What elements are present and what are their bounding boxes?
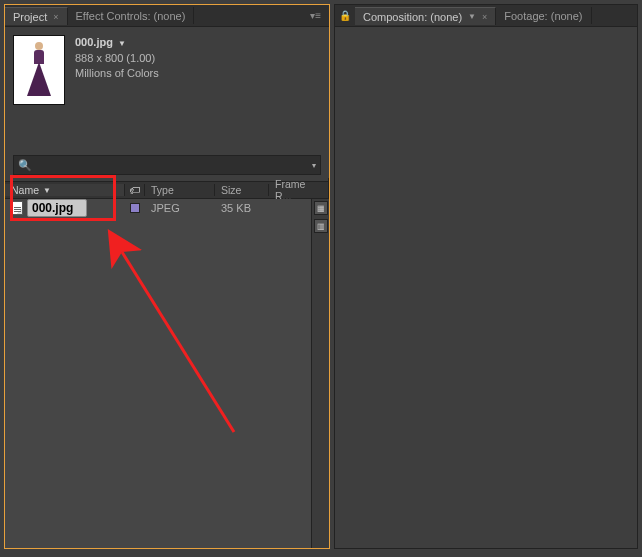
- viewer-panel: 🔒 Composition: (none) ▼ × Footage: (none…: [334, 4, 638, 549]
- project-tabbar: Project × Effect Controls: (none) ▾≡: [5, 5, 329, 27]
- scroll-icon-a[interactable]: ▦: [314, 201, 328, 215]
- close-icon[interactable]: ×: [53, 12, 58, 22]
- tab-effect-controls[interactable]: Effect Controls: (none): [68, 7, 195, 24]
- tab-project-label: Project: [13, 11, 47, 23]
- asset-info: 000.jpg ▼ 888 x 800 (1.00) Millions of C…: [5, 27, 329, 117]
- scroll-icon-b[interactable]: ▥: [314, 219, 328, 233]
- tab-composition-label: Composition: (none): [363, 11, 462, 23]
- tab-footage-label: Footage: (none): [504, 10, 582, 22]
- asset-dimensions: 888 x 800 (1.00): [75, 51, 159, 66]
- project-items-list: 000.jpg JPEG 35 KB ▦ ▥: [5, 199, 329, 548]
- cell-label[interactable]: [125, 203, 145, 213]
- cell-type: JPEG: [145, 202, 215, 214]
- project-panel: Project × Effect Controls: (none) ▾≡ 000…: [4, 4, 330, 549]
- asset-details: 000.jpg ▼ 888 x 800 (1.00) Millions of C…: [75, 35, 159, 105]
- tab-effect-controls-label: Effect Controls: (none): [76, 10, 186, 22]
- project-column-header: Name ▼ 🏷 Type Size Frame R...: [5, 181, 329, 199]
- asset-color-depth: Millions of Colors: [75, 66, 159, 81]
- column-name-label: Name: [11, 184, 39, 196]
- column-type[interactable]: Type: [145, 184, 215, 196]
- viewer-tabbar: 🔒 Composition: (none) ▼ × Footage: (none…: [335, 5, 637, 27]
- tab-footage[interactable]: Footage: (none): [496, 7, 591, 24]
- chevron-down-icon[interactable]: ▼: [468, 12, 476, 21]
- file-icon: [11, 201, 23, 215]
- viewer-body: [335, 27, 637, 548]
- search-chevron-icon[interactable]: ▾: [312, 161, 316, 170]
- sort-arrow-icon: ▼: [43, 186, 51, 195]
- tab-composition[interactable]: Composition: (none) ▼ ×: [355, 7, 496, 25]
- column-size-label: Size: [221, 184, 241, 196]
- label-icon: 🏷: [129, 184, 140, 196]
- column-size[interactable]: Size: [215, 184, 269, 196]
- chevron-down-icon[interactable]: ▼: [118, 39, 126, 48]
- asset-name: 000.jpg: [75, 36, 113, 48]
- panel-menu-icon[interactable]: ▾≡: [302, 10, 329, 21]
- column-type-label: Type: [151, 184, 174, 196]
- project-search[interactable]: 🔍 ▾: [13, 155, 321, 175]
- cell-size: 35 KB: [215, 202, 269, 214]
- table-row[interactable]: 000.jpg JPEG 35 KB: [5, 199, 329, 217]
- search-icon: 🔍: [18, 159, 32, 172]
- column-name[interactable]: Name ▼: [5, 184, 125, 196]
- project-scrollbar[interactable]: ▦ ▥: [311, 199, 329, 548]
- lock-icon[interactable]: 🔒: [335, 10, 355, 21]
- close-icon[interactable]: ×: [482, 12, 487, 22]
- file-name[interactable]: 000.jpg: [27, 199, 87, 217]
- label-swatch: [130, 203, 140, 213]
- asset-thumbnail[interactable]: [13, 35, 65, 105]
- tab-project[interactable]: Project ×: [5, 7, 68, 25]
- column-label[interactable]: 🏷: [125, 184, 145, 196]
- cell-name[interactable]: 000.jpg: [5, 199, 125, 217]
- thumbnail-image: [28, 42, 50, 98]
